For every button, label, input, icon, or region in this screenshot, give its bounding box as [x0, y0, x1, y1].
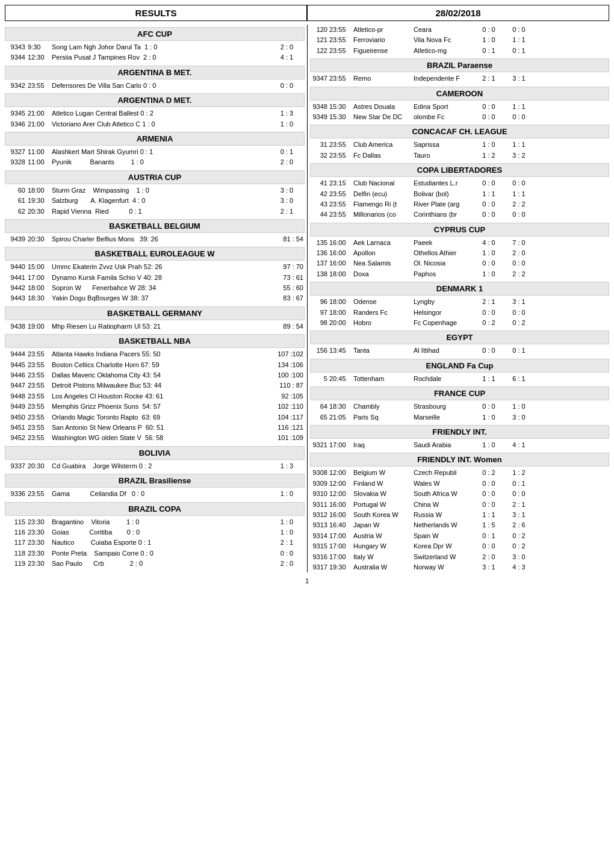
table-row: 119 23:30 Sao Paulo Crb 2 : 0 2 : 0: [5, 559, 305, 569]
table-row: 122 23:55 Figueirense Atletico-mg 0 : 1 …: [310, 46, 609, 56]
table-row: 9310 12:00 Slovakia W South Africa W 0 :…: [310, 489, 609, 499]
right-column: 120 23:55 Atletico-pr Ceara 0 : 0 0 : 0 …: [307, 25, 609, 572]
section-brazil-brasiliense: BRAZIL Brasiliense: [5, 474, 305, 488]
section-argentina-b: ARGENTINA B MET.: [5, 66, 305, 79]
table-row: 120 23:55 Atletico-pr Ceara 0 : 0 0 : 0: [310, 25, 609, 35]
table-row: 42 23:55 Delfin (ecu) Bolivar (bol) 1 : …: [310, 189, 609, 199]
table-row: 9313 16:40 Japan W Netherlands W 1 : 5 2…: [310, 520, 609, 530]
table-row: 61 19:30 Salzburg A. Klagenfurt 4 : 0 3 …: [5, 196, 305, 206]
table-row: 9312 16:00 South Korea W Russia W 1 : 1 …: [310, 510, 609, 520]
table-row: 96 18:00 Odense Lyngby 2 : 1 3 : 1: [310, 297, 609, 307]
left-column: AFC CUP 9343 9:30 Song Lam Ngh Johor Dar…: [5, 25, 307, 572]
section-cameroon: CAMEROON: [310, 87, 609, 101]
table-row: 121 23:55 Ferroviario Vila Nova Fc 1 : 0…: [310, 35, 609, 45]
table-row: 9346 21:00 Victoriano Arer Club Atletico…: [5, 119, 305, 129]
table-row: 115 23:30 Bragantino Vitoria 1 : 0 1 : 0: [5, 517, 305, 527]
table-row: 62 20:30 Rapid Vienna Ried 0 : 1 2 : 1: [5, 206, 305, 217]
table-row: 9452 23:55 Washington WG olden State V 5…: [5, 433, 305, 443]
section-cyprus-cup: CYPRUS CUP: [310, 223, 609, 237]
table-row: 9342 23:55 Defensores De Villa San Carlo…: [5, 81, 305, 91]
section-concacaf: CONCACAF CH. LEAGUE: [310, 125, 609, 138]
table-row: 9349 15:30 New Star De DC olombe Fc 0 : …: [310, 112, 609, 122]
table-row: 9442 18:00 Sopron W Fenerbahce W 28: 34 …: [5, 283, 305, 293]
table-row: 9444 23:55 Atlanta Hawks Indiana Pacers …: [5, 349, 305, 359]
table-row: 9445 23:55 Boston Celtics Charlotte Horn…: [5, 360, 305, 370]
date-header: 28/02/2018: [308, 5, 609, 20]
table-row: 9446 23:55 Dallas Maveric Oklahoma City …: [5, 370, 305, 380]
table-row: 44 23:55 Millonarios (co Corinthians (br…: [310, 209, 609, 220]
table-row: 43 23:55 Flamengo Ri (t River Plate (arg…: [310, 199, 609, 209]
results-header: RESULTS: [5, 5, 308, 20]
section-friendly-women: FRIENDLY INT. Women: [310, 453, 609, 467]
table-row: 9344 12:30 Persiia Pusat J Tampines Rov …: [5, 52, 305, 63]
table-row: 137 16:00 Nea Salamis Ol. Nicosia 0 : 0 …: [310, 258, 609, 268]
table-row: 9438 19:00 Mhp Riesen Lu Ratiopharm Ul 5…: [5, 321, 305, 332]
table-row: 41 23:15 Club Nacional Estudiantes L.r 0…: [310, 178, 609, 188]
section-france-cup: FRANCE CUP: [310, 386, 609, 400]
section-egypt: EGYPT: [310, 330, 609, 344]
table-row: 31 23:55 Club America Saprissa 1 : 0 1 :…: [310, 140, 609, 150]
section-brazil-paraense: BRAZIL Paraense: [310, 58, 609, 72]
table-row: 9449 23:55 Memphis Grizz Phoenix Suns 54…: [5, 401, 305, 412]
table-row: 9314 17:00 Austria W Spain W 0 : 1 0 : 2: [310, 531, 609, 541]
table-row: 9451 23:55 San Antonio St New Orleans P …: [5, 423, 305, 433]
table-row: 118 23:30 Ponte Preta Sampaio Corre 0 : …: [5, 548, 305, 559]
table-row: 60 18:00 Sturm Graz Wimpassing 1 : 0 3 :…: [5, 185, 305, 196]
table-row: 116 23:30 Goias Coritiba 0 : 0 1 : 0: [5, 527, 305, 538]
section-armenia: ARMENIA: [5, 132, 305, 146]
table-row: 9317 19:30 Australia W Norway W 3 : 1 4 …: [310, 562, 609, 572]
table-row: 9439 20:30 Spirou Charler Belfius Mons 3…: [5, 234, 305, 244]
table-row: 9440 15:00 Ummc Ekaterin Zvvz Usk Prah 5…: [5, 262, 305, 272]
table-row: 9343 9:30 Song Lam Ngh Johor Darul Ta 1 …: [5, 42, 305, 52]
table-row: 9327 11:00 Alashkert Mart Shirak Gyumri …: [5, 147, 305, 157]
section-denmark1: DENMARK 1: [310, 282, 609, 296]
table-row: 117 23:30 Nautico Cuiaba Esporte 0 : 1 2…: [5, 538, 305, 548]
section-afc-cup: AFC CUP: [5, 27, 305, 41]
table-row: 9311 16:00 Portugal W China W 0 : 0 2 : …: [310, 500, 609, 510]
table-row: 156 13:45 Tanta Al Ittihad 0 : 0 0 : 1: [310, 346, 609, 356]
section-basketball-belgium: BASKETBALL BELGIUM: [5, 219, 305, 233]
table-row: 9441 17:00 Dynamo Kursk Famila Schio V 4…: [5, 273, 305, 283]
section-brazil-copa: BRAZIL COPA: [5, 502, 305, 516]
table-row: 9347 23:55 Remo Independente F 2 : 1 3 :…: [310, 73, 609, 84]
table-row: 136 16:00 Apollon Othellos Athier 1 : 0 …: [310, 248, 609, 258]
table-row: 9337 20:30 Cd Guabira Jorge Wilsterm 0 :…: [5, 461, 305, 471]
table-row: 98 20:00 Hobro Fc Copenhage 0 : 2 0 : 2: [310, 318, 609, 328]
section-argentina-d: ARGENTINA D MET.: [5, 93, 305, 107]
table-row: 9450 23:55 Orlando Magic Toronto Rapto 6…: [5, 412, 305, 423]
section-basketball-euroleague: BASKETBALL EUROLEAGUE W: [5, 247, 305, 261]
table-row: 9316 17:00 Italy W Switzerland W 2 : 0 3…: [310, 552, 609, 562]
table-row: 9315 17:00 Hungary W Korea Dpr W 0 : 0 0…: [310, 541, 609, 551]
table-row: 64 18:30 Chambly Strasbourg 0 : 0 1 : 0: [310, 401, 609, 412]
page-footer: 1: [5, 577, 609, 584]
section-england-fa-cup: ENGLAND Fa Cup: [310, 359, 609, 373]
section-copa-libertadores: COPA LIBERTADORES: [310, 163, 609, 177]
table-row: 9448 23:55 Los Angeles Cl Houston Rocke …: [5, 391, 305, 401]
table-row: 5 20:45 Tottenham Rochdale 1 : 1 6 : 1: [310, 374, 609, 384]
table-row: 9443 18:30 Yakin Dogu BqBourges W 38: 37…: [5, 293, 305, 303]
table-row: 9345 21:00 Atletico Lugan Central Balles…: [5, 108, 305, 119]
table-row: 32 23:55 Fc Dallas Tauro 1 : 2 3 : 2: [310, 150, 609, 161]
table-row: 97 18:00 Randers Fc Helsingor 0 : 0 0 : …: [310, 308, 609, 318]
table-row: 9308 12:00 Belgium W Czech Republi 0 : 2…: [310, 468, 609, 478]
section-austria-cup: AUSTRIA CUP: [5, 170, 305, 184]
table-row: 9447 23:55 Detroit Pistons Milwaukee Buc…: [5, 380, 305, 391]
section-basketball-germany: BASKETBALL GERMANY: [5, 306, 305, 320]
table-row: 65 21:05 Paris Sq Marseille 1 : 0 3 : 0: [310, 412, 609, 423]
table-row: 138 18:00 Doxa Paphos 1 : 0 2 : 2: [310, 269, 609, 279]
section-friendly-int: FRIENDLY INT.: [310, 425, 609, 439]
section-bolivia: BOLIVIA: [5, 446, 305, 460]
table-row: 9336 23:55 Gama Ceilandia Df 0 : 0 1 : 0: [5, 489, 305, 499]
table-row: 9328 11:00 Pyunik Banants 1 : 0 2 : 0: [5, 157, 305, 167]
table-row: 9321 17:00 Iraq Saudi Arabia 1 : 0 4 : 1: [310, 440, 609, 450]
table-row: 9309 12:00 Finland W Wales W 0 : 0 0 : 1: [310, 479, 609, 489]
page: RESULTS 28/02/2018 AFC CUP 9343 9:30 Son…: [0, 0, 614, 589]
table-row: 9348 15:30 Astres Douala Edina Sport 0 :…: [310, 102, 609, 112]
section-basketball-nba: BASKETBALL NBA: [5, 334, 305, 348]
table-row: 135 16:00 Aek Larnaca Paeek 4 : 0 7 : 0: [310, 238, 609, 248]
